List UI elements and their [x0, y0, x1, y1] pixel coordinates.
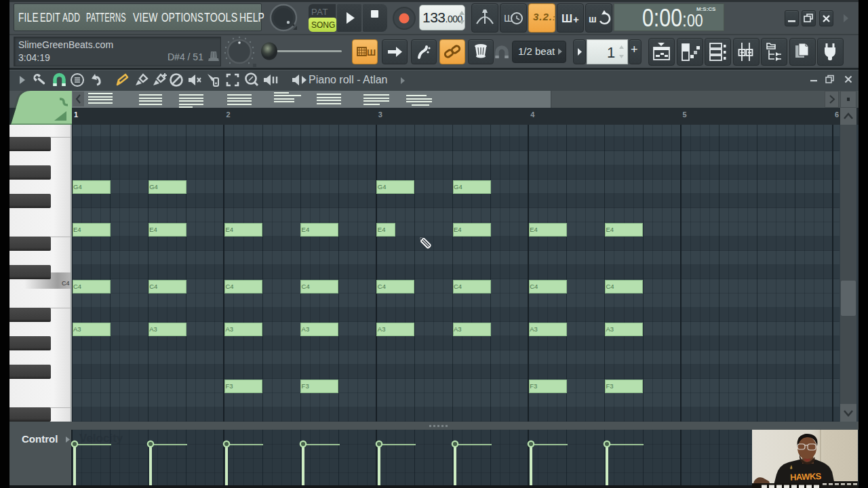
svg-text:ш: ш: [589, 14, 597, 24]
svg-text:+: +: [573, 14, 579, 25]
svg-text:Ш: Ш: [561, 13, 572, 24]
svg-text:HAWKS: HAWKS: [790, 471, 822, 483]
svg-text:Ш: Ш: [367, 47, 376, 58]
